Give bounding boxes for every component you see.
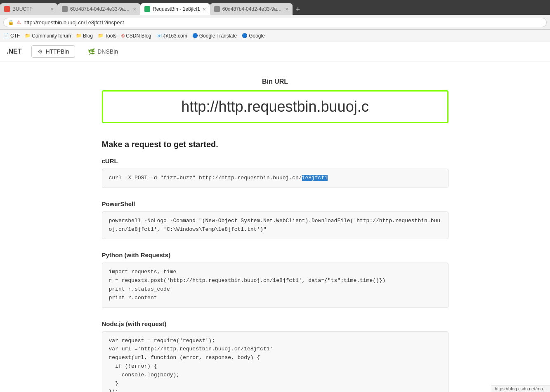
code-label-python: Python (with Requests) xyxy=(102,251,448,258)
dnsbin-icon: 🌿 xyxy=(88,48,95,55)
code-section-curl: cURL curl -X POST -d "fizz=buzz" http://… xyxy=(102,157,448,188)
bookmark-blog[interactable]: 📁 Blog xyxy=(76,33,93,39)
code-section-nodejs: Node.js (with request) var request = req… xyxy=(102,320,448,392)
code-block-curl: curl -X POST -d "fizz=buzz" http://http.… xyxy=(102,169,448,188)
bookmark-community[interactable]: 📁 Community forum xyxy=(25,33,71,39)
code-label-powershell: PowerShell xyxy=(102,200,448,207)
bookmark-label-google: Google xyxy=(249,33,265,39)
new-tab-button[interactable]: + xyxy=(293,5,304,14)
bookmark-label-tools: Tools xyxy=(105,33,116,39)
bookmark-tools[interactable]: 📁 Tools xyxy=(98,33,116,39)
bin-url-box: http://http.requestbin.buuoj.c xyxy=(102,90,448,123)
code-block-powershell: powershell -NoLogo -Command "(New-Object… xyxy=(102,211,448,239)
tab-close-60d2[interactable]: ✕ xyxy=(285,7,288,12)
bookmarks-bar: 📄 CTF 📁 Community forum 📁 Blog 📁 Tools ©… xyxy=(0,30,550,42)
nav-tab-dnsbin[interactable]: 🌿 DNSBin xyxy=(82,45,124,58)
main-content: Bin URL http://http.requestbin.buuoj.c M… xyxy=(69,61,482,392)
bookmark-label-translate: Google Translate xyxy=(199,33,237,39)
nav-tab-httpbin[interactable]: ⚙ HTTPBin xyxy=(31,45,75,58)
bookmark-icon-blog: 📁 xyxy=(76,33,82,38)
tab-favicon-60d2 xyxy=(214,6,220,12)
bookmark-ctf[interactable]: 📄 CTF xyxy=(3,33,20,39)
tab-60d2[interactable]: 60d487b4-04d2-4e33-9aad-fbe... ✕ xyxy=(210,3,293,15)
intro-heading: Make a request to get started. xyxy=(102,140,448,149)
address-bar-inner[interactable]: 🔒 ⚠ http://requestbin.buuoj.cn/1e8jfct1?… xyxy=(3,18,547,27)
status-bar: https://blog.csdn.net/mo... xyxy=(491,385,550,392)
bookmark-163[interactable]: 📧 @163.com xyxy=(156,33,187,39)
code-block-nodejs: var request = require('request'); var ur… xyxy=(102,331,448,392)
code-section-powershell: PowerShell powershell -NoLogo -Command "… xyxy=(102,200,448,239)
address-text: http://requestbin.buuoj.cn/1e8jfct1?insp… xyxy=(24,19,542,26)
bookmark-label-community: Community forum xyxy=(32,33,71,39)
bookmark-icon-translate: 🔵 xyxy=(192,33,198,38)
bookmark-label-163: @163.com xyxy=(163,33,187,39)
bookmark-translate[interactable]: 🔵 Google Translate xyxy=(192,33,237,39)
code-block-python: import requests, time r = requests.post(… xyxy=(102,263,448,307)
bookmark-label-csdn: CSDN Blog xyxy=(126,33,151,39)
tab-buuctf[interactable]: BUUCTF ✕ xyxy=(0,3,58,15)
bookmark-csdn[interactable]: © CSDN Blog xyxy=(121,33,151,39)
status-text: https://blog.csdn.net/mo... xyxy=(495,386,547,391)
tab-requestbin[interactable]: RequestBin - 1e8jfct1 ✕ xyxy=(140,3,210,15)
tab-label-60d2: 60d487b4-04d2-4e33-9aad-fbe... xyxy=(222,6,283,12)
tab-favicon-buuctf xyxy=(4,6,10,12)
bookmark-icon-google: 🔵 xyxy=(242,33,248,38)
tab-bar: BUUCTF ✕ 60d487b4-04d2-4e33-9aad-fbe... … xyxy=(0,0,550,15)
bookmark-icon-163: 📧 xyxy=(156,33,162,38)
bookmark-label-blog: Blog xyxy=(83,33,93,39)
bookmark-icon-community: 📁 xyxy=(25,33,31,38)
code-section-python: Python (with Requests) import requests, … xyxy=(102,251,448,307)
bin-url-label: Bin URL xyxy=(102,78,448,85)
app-nav: .NET ⚙ HTTPBin 🌿 DNSBin xyxy=(0,42,550,61)
bookmark-icon-ctf: 📄 xyxy=(3,33,9,38)
curl-highlight: 1e8jfct1 xyxy=(302,175,328,181)
code-label-nodejs: Node.js (with request) xyxy=(102,320,448,327)
bookmark-icon-csdn: © xyxy=(121,33,125,38)
tab-60d1[interactable]: 60d487b4-04d2-4e33-9aad-fbe... ✕ xyxy=(58,3,140,15)
code-label-curl: cURL xyxy=(102,157,448,164)
tab-close-buuctf[interactable]: ✕ xyxy=(50,7,54,12)
tab-favicon-requestbin xyxy=(144,6,150,12)
lock-icon: 🔒 xyxy=(8,19,14,25)
tab-favicon-60d1 xyxy=(62,6,68,12)
bin-url-text: http://http.requestbin.buuoj.c xyxy=(113,98,437,115)
tab-label-requestbin: RequestBin - 1e8jfct1 xyxy=(153,6,200,12)
warning-icon: ⚠ xyxy=(17,19,21,25)
bookmark-google[interactable]: 🔵 Google xyxy=(242,33,265,39)
address-bar: 🔒 ⚠ http://requestbin.buuoj.cn/1e8jfct1?… xyxy=(0,15,550,30)
nav-tab-dnsbin-label: DNSBin xyxy=(97,48,118,55)
bin-url-section: Bin URL http://http.requestbin.buuoj.c xyxy=(102,78,448,123)
nav-tab-httpbin-label: HTTPBin xyxy=(45,48,69,55)
httpbin-icon: ⚙ xyxy=(38,48,43,55)
bookmark-label-ctf: CTF xyxy=(10,33,20,39)
bookmark-icon-tools: 📁 xyxy=(98,33,104,38)
app-logo: .NET xyxy=(7,48,21,55)
tab-label-buuctf: BUUCTF xyxy=(12,6,48,12)
tab-label-60d1: 60d487b4-04d2-4e33-9aad-fbe... xyxy=(70,6,130,12)
tab-close-requestbin[interactable]: ✕ xyxy=(203,7,206,12)
tab-close-60d1[interactable]: ✕ xyxy=(133,7,136,12)
